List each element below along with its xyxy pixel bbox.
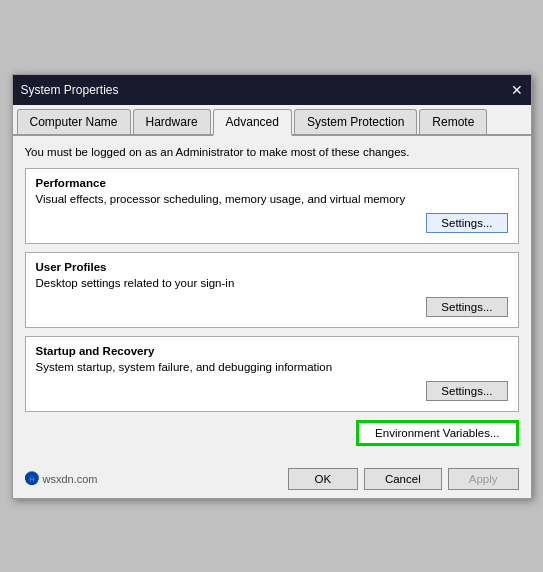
performance-settings-button[interactable]: Settings... — [426, 213, 507, 233]
title-bar: System Properties ✕ — [13, 75, 531, 105]
cancel-button[interactable]: Cancel — [364, 468, 442, 490]
system-properties-window: System Properties ✕ Computer Name Hardwa… — [12, 74, 532, 499]
apply-button[interactable]: Apply — [448, 468, 519, 490]
tab-hardware[interactable]: Hardware — [133, 109, 211, 134]
performance-btn-row: Settings... — [36, 213, 508, 233]
user-profiles-btn-row: Settings... — [36, 297, 508, 317]
performance-section: Performance Visual effects, processor sc… — [25, 168, 519, 244]
close-button[interactable]: ✕ — [511, 83, 523, 97]
tab-advanced[interactable]: Advanced — [213, 109, 292, 136]
user-profiles-settings-button[interactable]: Settings... — [426, 297, 507, 317]
tab-remote[interactable]: Remote — [419, 109, 487, 134]
environment-variables-button[interactable]: Environment Variables... — [356, 420, 518, 446]
performance-description: Visual effects, processor scheduling, me… — [36, 193, 508, 205]
user-profiles-description: Desktop settings related to your sign-in — [36, 277, 508, 289]
watermark: 🅐 wsxdn.com — [25, 471, 98, 487]
window-title: System Properties — [21, 83, 119, 97]
startup-recovery-btn-row: Settings... — [36, 381, 508, 401]
admin-notice: You must be logged on as an Administrato… — [25, 146, 519, 158]
tab-computer-name[interactable]: Computer Name — [17, 109, 131, 134]
performance-title: Performance — [36, 177, 508, 189]
ok-button[interactable]: OK — [288, 468, 358, 490]
startup-recovery-section: Startup and Recovery System startup, sys… — [25, 336, 519, 412]
tab-system-protection[interactable]: System Protection — [294, 109, 417, 134]
tab-bar: Computer Name Hardware Advanced System P… — [13, 105, 531, 136]
user-profiles-title: User Profiles — [36, 261, 508, 273]
startup-recovery-settings-button[interactable]: Settings... — [426, 381, 507, 401]
startup-recovery-description: System startup, system failure, and debu… — [36, 361, 508, 373]
tab-content: You must be logged on as an Administrato… — [13, 136, 531, 464]
watermark-site: wsxdn.com — [43, 473, 98, 485]
user-profiles-section: User Profiles Desktop settings related t… — [25, 252, 519, 328]
env-variables-row: Environment Variables... — [25, 420, 519, 446]
watermark-logo-icon: 🅐 — [25, 471, 39, 487]
dialog-buttons: OK Cancel Apply — [288, 468, 519, 490]
footer-bar: 🅐 wsxdn.com OK Cancel Apply — [13, 464, 531, 498]
startup-recovery-title: Startup and Recovery — [36, 345, 508, 357]
